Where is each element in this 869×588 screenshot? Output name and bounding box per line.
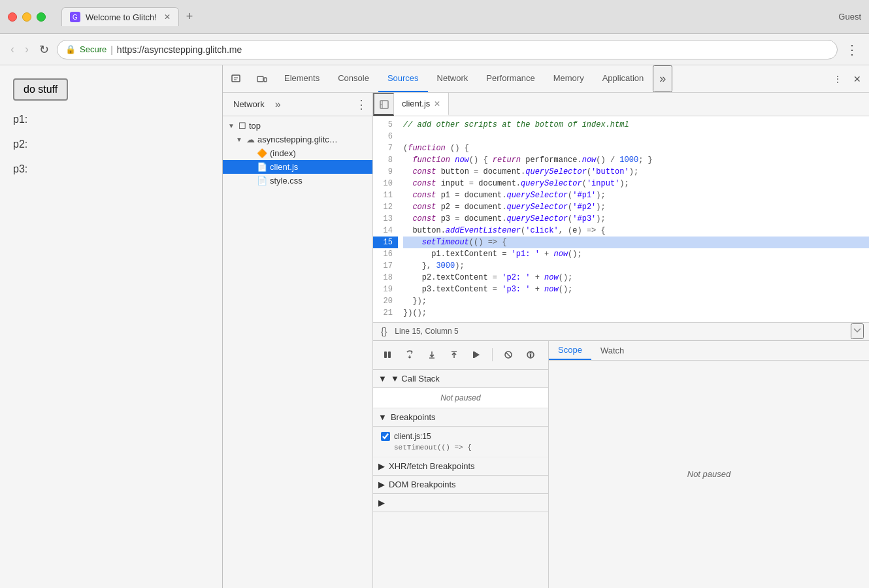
svg-rect-2 xyxy=(264,78,267,82)
back-button[interactable]: ‹ xyxy=(8,40,17,59)
line-num-6: 6 xyxy=(373,131,398,142)
devtools-settings-button[interactable]: ⋮ xyxy=(828,70,847,88)
tab-title: Welcome to Glitch! xyxy=(86,12,157,22)
code-line-15[interactable]: setTimeout(() => { xyxy=(403,237,869,248)
xhr-header[interactable]: ▶ XHR/fetch Breakpoints xyxy=(373,457,548,476)
css-file-icon: 📄 xyxy=(257,176,267,186)
breakpoint-file-label: client.js:15 xyxy=(394,432,431,441)
code-line-16[interactable]: p1.textContent = 'p1: ' + now(); xyxy=(403,248,869,260)
filetree-label-stylecss: style.css xyxy=(270,176,303,186)
filetree-item-stylecss[interactable]: 📄 style.css xyxy=(223,174,372,188)
line-num-12: 12 xyxy=(373,201,398,213)
tab-console[interactable]: Console xyxy=(329,65,378,92)
breakpoint-checkbox[interactable] xyxy=(381,432,390,441)
line-num-7: 7 xyxy=(373,142,398,154)
browser-tab[interactable]: G Welcome to Glitch! ✕ xyxy=(61,7,179,26)
p3-label: p3: xyxy=(13,163,209,175)
browser-menu-button[interactable]: ⋮ xyxy=(843,39,861,60)
filetree-label-clientjs: client.js xyxy=(270,162,298,172)
p2-label: p2: xyxy=(13,139,209,150)
filetree-item-top[interactable]: ▼ ☐ top xyxy=(223,119,372,133)
code-line-20[interactable]: }); xyxy=(403,295,869,307)
filetree-menu-button[interactable]: ⋮ xyxy=(355,97,367,112)
dom-label: DOM Breakpoints xyxy=(389,480,456,489)
step-over-button[interactable] xyxy=(401,346,419,364)
device-toggle-button[interactable] xyxy=(249,65,275,92)
code-line-17[interactable]: }, 3000); xyxy=(403,260,869,272)
more-tabs-button[interactable]: » xyxy=(653,65,672,92)
url-text: https://asyncstepping.glitch.me xyxy=(117,44,242,55)
call-stack-content: Not paused xyxy=(373,388,548,408)
forward-button[interactable]: › xyxy=(22,40,31,59)
tab-close-button[interactable]: ✕ xyxy=(164,12,171,22)
pause-resume-button[interactable] xyxy=(378,346,397,364)
continue-button[interactable] xyxy=(467,346,485,364)
line-num-10: 10 xyxy=(373,178,398,189)
minimize-traffic-light[interactable] xyxy=(22,12,31,22)
line-numbers: 5 6 7 8 9 10 11 12 13 14 15 16 1 xyxy=(373,116,398,322)
filetree-item-asyncstepping[interactable]: ▼ ☁ asyncstepping.glitc… xyxy=(223,133,372,146)
code-line-10[interactable]: const input = document.querySelector('in… xyxy=(403,178,869,189)
code-line-21[interactable]: })(); xyxy=(403,307,869,319)
url-bar[interactable]: 🔒 Secure | https://asyncstepping.glitch.… xyxy=(57,40,838,59)
dom-header[interactable]: ▶ DOM Breakpoints xyxy=(373,476,548,494)
code-panel: client.js ✕ 5 6 7 8 9 10 11 xyxy=(373,93,869,340)
not-paused-text: Not paused xyxy=(440,393,480,402)
maximize-traffic-light[interactable] xyxy=(37,12,46,22)
filetree-toolbar: Network » ⋮ xyxy=(223,93,372,116)
call-stack-arrow: ▼ xyxy=(378,374,387,384)
new-tab-button[interactable]: + xyxy=(179,7,200,27)
inspect-element-button[interactable] xyxy=(223,65,249,92)
code-tab-clientjs[interactable]: client.js ✕ xyxy=(394,93,449,116)
code-line-13[interactable]: const p3 = document.querySelector('#p3')… xyxy=(403,213,869,225)
breakpoints-header[interactable]: ▼ Breakpoints xyxy=(373,408,548,427)
deactivate-breakpoints-button[interactable] xyxy=(499,346,517,364)
filetree-more-button[interactable]: » xyxy=(275,99,281,110)
filetree-item-index[interactable]: 🔶 (index) xyxy=(223,146,372,160)
code-line-11[interactable]: const p1 = document.querySelector('#p1')… xyxy=(403,189,869,201)
breakpoint-item: client.js:15 setTimeout(() => { xyxy=(373,427,548,457)
code-line-5[interactable]: // add other scripts at the bottom of in… xyxy=(403,119,869,131)
scope-tab[interactable]: Scope xyxy=(549,341,591,360)
devtools-close-button[interactable]: ✕ xyxy=(848,70,866,88)
svg-rect-6 xyxy=(473,351,474,358)
not-paused-scope: Not paused xyxy=(687,469,731,479)
call-stack-header[interactable]: ▼ ▼ Call Stack xyxy=(373,370,548,388)
format-btn[interactable]: {} xyxy=(378,325,389,338)
tab-network[interactable]: Network xyxy=(428,65,478,92)
statusbar-expand-button[interactable] xyxy=(851,323,864,339)
code-line-14[interactable]: button.addEventListener('click', (e) => … xyxy=(403,225,869,237)
scope-panel: Scope Watch Not paused xyxy=(549,341,869,589)
code-line-19[interactable]: p3.textContent = 'p3: ' + now(); xyxy=(403,284,869,295)
code-line-7[interactable]: (function () { xyxy=(403,142,869,154)
code-line-6 xyxy=(403,131,869,142)
xhr-arrow: ▶ xyxy=(378,461,385,471)
code-line-8[interactable]: function now() { return performance.now(… xyxy=(403,154,869,166)
tab-sources[interactable]: Sources xyxy=(378,65,428,92)
do-stuff-button[interactable]: do stuff xyxy=(13,78,68,101)
tab-memory[interactable]: Memory xyxy=(544,65,593,92)
step-into-button[interactable] xyxy=(423,346,441,364)
code-expand-button[interactable] xyxy=(373,93,394,116)
arrow-icon: ▼ xyxy=(236,136,244,143)
secure-label: Secure xyxy=(80,44,107,54)
filetree-item-clientjs[interactable]: 📄 client.js xyxy=(223,160,372,174)
js-file-icon: 📄 xyxy=(257,162,267,172)
code-line-12[interactable]: const p2 = document.querySelector('#p2')… xyxy=(403,201,869,213)
tab-performance[interactable]: Performance xyxy=(477,65,544,92)
reload-button[interactable]: ↻ xyxy=(37,40,52,59)
pause-on-exceptions-button[interactable] xyxy=(521,346,540,364)
code-line-18[interactable]: p2.textContent = 'p2: ' + now(); xyxy=(403,272,869,284)
code-tab-close[interactable]: ✕ xyxy=(434,99,440,108)
tab-application[interactable]: Application xyxy=(593,65,653,92)
content-area: do stuff p1: p2: p3: Elements Consol xyxy=(0,65,869,588)
devtools-topbar: Elements Console Sources Network Perform… xyxy=(223,65,869,93)
debug-area: ▼ ▼ Call Stack Not paused ▼ Breakpoints xyxy=(373,340,869,589)
global-header[interactable]: ▶ xyxy=(373,494,548,512)
code-line-9[interactable]: const button = document.querySelector('b… xyxy=(403,166,869,178)
watch-tab[interactable]: Watch xyxy=(591,341,633,360)
close-traffic-light[interactable] xyxy=(8,12,17,22)
tab-elements[interactable]: Elements xyxy=(275,65,329,92)
network-label: Network xyxy=(228,99,270,109)
step-out-button[interactable] xyxy=(445,346,463,364)
